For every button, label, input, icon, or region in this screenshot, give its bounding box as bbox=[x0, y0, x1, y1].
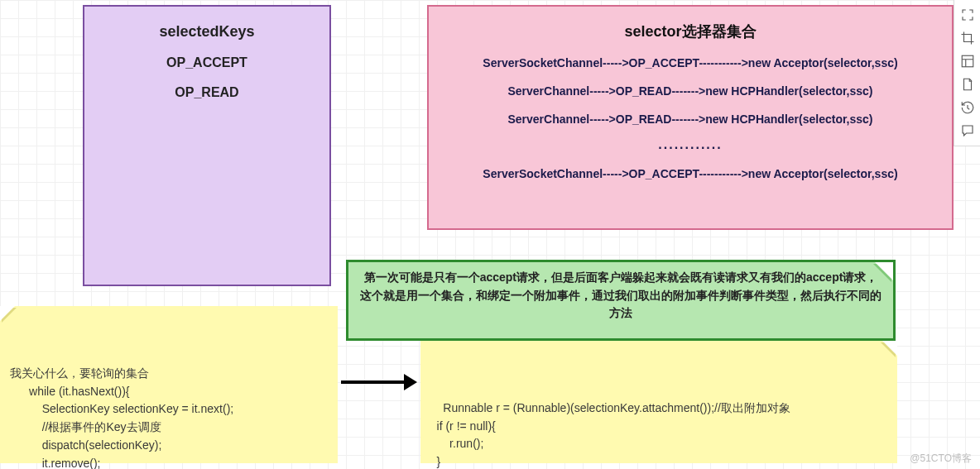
selector-flow-4: ServerSocketChannel----->OP_ACCEPT------… bbox=[429, 167, 952, 180]
side-toolbar bbox=[954, 0, 980, 146]
page-icon[interactable] bbox=[956, 73, 979, 96]
selected-keys-op-accept: OP_ACCEPT bbox=[84, 55, 329, 70]
selector-flow-2: ServerChannel----->OP_READ------->new HC… bbox=[429, 84, 952, 98]
explanation-note: 第一次可能是只有一个accept请求，但是后面客户端躲起来就会既有读请求又有我们… bbox=[346, 260, 896, 341]
svg-rect-0 bbox=[962, 55, 973, 67]
selector-flow-1: ServerSocketChannel----->OP_ACCEPT------… bbox=[429, 56, 952, 69]
selected-keys-title: selectedKeys bbox=[84, 23, 329, 41]
code-note-left: 我关心什么，要轮询的集合 while (it.hasNext()){ Selec… bbox=[0, 306, 338, 463]
watermark-text: @51CTO博客 bbox=[910, 452, 972, 466]
crop-icon[interactable] bbox=[956, 26, 979, 50]
selected-keys-box: selectedKeys OP_ACCEPT OP_READ bbox=[83, 5, 331, 286]
expand-corners-icon[interactable] bbox=[956, 3, 979, 26]
selector-collection-box: selector选择器集合 ServerSocketChannel----->O… bbox=[427, 5, 954, 230]
selector-flow-3: ServerChannel----->OP_READ------->new HC… bbox=[429, 112, 952, 126]
code-note-left-text: 我关心什么，要轮询的集合 while (it.hasNext()){ Selec… bbox=[3, 366, 233, 469]
code-note-right: Runnable r = (Runnable)(selectionKey.att… bbox=[420, 341, 897, 463]
code-note-right-text: Runnable r = (Runnable)(selectionKey.att… bbox=[424, 401, 790, 468]
history-icon[interactable] bbox=[956, 96, 979, 119]
selected-keys-op-read: OP_READ bbox=[84, 85, 329, 100]
comment-icon[interactable] bbox=[956, 119, 979, 142]
selector-collection-title: selector选择器集合 bbox=[429, 22, 952, 41]
layout-icon[interactable] bbox=[956, 50, 979, 73]
arrow-left-to-right bbox=[341, 374, 417, 390]
explanation-line-2: 这个就是用一个集合，和绑定一个附加事件，通过我们取出的附加事件判断事件类型，然后… bbox=[360, 289, 882, 320]
explanation-line-1: 第一次可能是只有一个accept请求，但是后面客户端躲起来就会既有读请求又有我们… bbox=[364, 270, 878, 284]
selector-flow-ellipsis: ............ bbox=[429, 137, 952, 152]
